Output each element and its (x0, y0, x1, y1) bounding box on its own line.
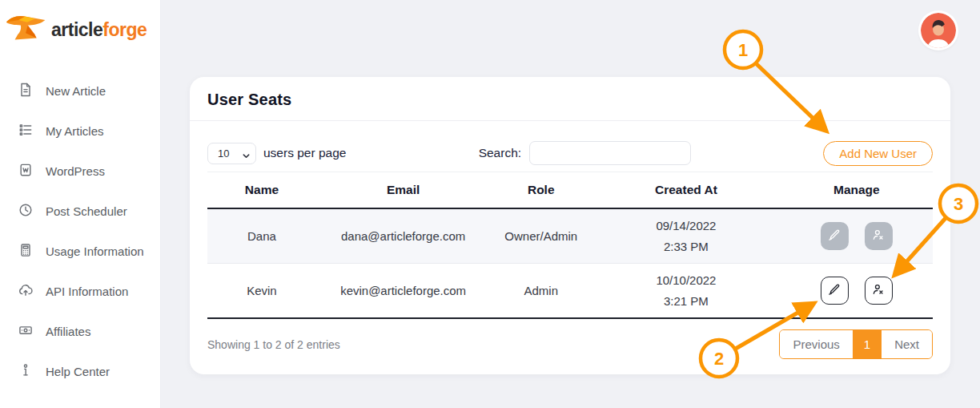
remove-user-button[interactable] (865, 277, 893, 305)
page-size-select-wrap: 10 (207, 143, 256, 164)
cell-name: Kevin (207, 264, 316, 319)
sidebar-item-wordpress[interactable]: WordPress (0, 151, 160, 191)
table-row: Dana dana@articleforge.com Owner/Admin 0… (207, 208, 933, 264)
logo-wordmark: articleforge (51, 19, 147, 41)
articleforge-logo[interactable]: articleforge (0, 0, 160, 56)
cell-email: kevin@articleforge.com (316, 264, 490, 319)
anvil-logo-icon (5, 11, 48, 48)
cell-email: dana@articleforge.com (316, 208, 490, 264)
usage-information-icon (18, 242, 34, 261)
created-date: 09/14/2022 (595, 216, 777, 236)
edit-user-button[interactable] (821, 277, 849, 305)
sidebar-item-help-center[interactable]: Help Center (0, 351, 160, 391)
sidebar-item-my-articles[interactable]: My Articles (0, 111, 160, 151)
cell-manage (781, 208, 933, 264)
sidebar-item-label: New Article (46, 84, 106, 98)
cell-manage (781, 264, 933, 319)
page-size-select[interactable]: 10 (207, 143, 256, 164)
annotation-1-number: 1 (738, 40, 748, 60)
cell-role: Admin (490, 264, 592, 319)
entries-summary: Showing 1 to 2 of 2 entries (207, 338, 340, 351)
annotation-3-number: 3 (954, 194, 963, 214)
post-scheduler-icon (18, 202, 34, 220)
table-controls: 10 users per page Search: Add New User (207, 140, 933, 166)
cell-created-at: 09/14/2022 2:33 PM (592, 208, 781, 264)
column-header-created-at: Created At (592, 172, 781, 209)
affiliates-icon (18, 322, 34, 341)
user-avatar[interactable] (921, 13, 956, 48)
cell-name: Dana (207, 208, 316, 264)
my-articles-icon (18, 122, 34, 140)
user-seats-table: Name Email Role Created At Manage Dana d… (207, 172, 933, 319)
api-information-icon (18, 282, 34, 301)
add-new-user-button[interactable]: Add New User (823, 141, 933, 166)
sidebar-item-new-article[interactable]: New Article (0, 71, 160, 111)
previous-page-button[interactable]: Previous (780, 330, 852, 358)
sidebar-item-post-scheduler[interactable]: Post Scheduler (0, 191, 160, 231)
table-footer: Showing 1 to 2 of 2 entries Previous 1 N… (207, 329, 933, 359)
help-center-icon (18, 362, 34, 381)
sidebar-item-api-information[interactable]: API Information (0, 271, 160, 311)
sidebar-item-label: Usage Information (46, 244, 144, 258)
search-input[interactable] (529, 141, 691, 165)
edit-user-button-disabled (821, 222, 849, 250)
table-header-row: Name Email Role Created At Manage (207, 172, 933, 209)
sidebar-item-label: Help Center (46, 365, 110, 378)
page-title: User Seats (190, 77, 950, 121)
sidebar-item-label: WordPress (46, 164, 105, 178)
sidebar-menu: New Article My Articles WordPress Post S… (0, 71, 160, 391)
cell-role: Owner/Admin (490, 208, 592, 264)
sidebar-item-label: My Articles (46, 124, 104, 138)
column-header-email: Email (316, 172, 490, 209)
wordpress-icon (18, 162, 34, 180)
column-header-role: Role (490, 172, 592, 209)
remove-user-button-disabled (865, 222, 893, 250)
created-date: 10/10/2022 (595, 270, 777, 291)
sidebar-item-label: Post Scheduler (46, 204, 127, 218)
column-header-manage: Manage (781, 172, 933, 209)
search-group: Search: (479, 141, 691, 165)
created-time: 2:33 PM (595, 236, 777, 257)
pencil-edit-icon (827, 228, 841, 244)
pencil-edit-icon (827, 282, 841, 299)
current-page-button[interactable]: 1 (853, 330, 882, 358)
created-time: 3:21 PM (595, 291, 777, 312)
user-x-icon (871, 228, 886, 244)
sidebar: articleforge New Article My Articles Wor… (0, 0, 161, 408)
user-seats-card: User Seats 10 users per page Search: Add… (190, 77, 950, 374)
cell-created-at: 10/10/2022 3:21 PM (592, 264, 781, 319)
column-header-name: Name (207, 172, 316, 209)
next-page-button[interactable]: Next (882, 330, 932, 358)
search-label: Search: (479, 146, 521, 160)
pagination: Previous 1 Next (779, 329, 933, 359)
new-article-icon (18, 82, 34, 100)
sidebar-item-usage-information[interactable]: Usage Information (0, 231, 160, 271)
sidebar-item-label: API Information (46, 285, 128, 298)
sidebar-item-affiliates[interactable]: Affiliates (0, 311, 160, 351)
sidebar-item-label: Affiliates (46, 325, 90, 338)
user-x-icon (871, 282, 886, 299)
page-size-label: users per page (263, 146, 346, 160)
table-row: Kevin kevin@articleforge.com Admin 10/10… (207, 264, 933, 319)
